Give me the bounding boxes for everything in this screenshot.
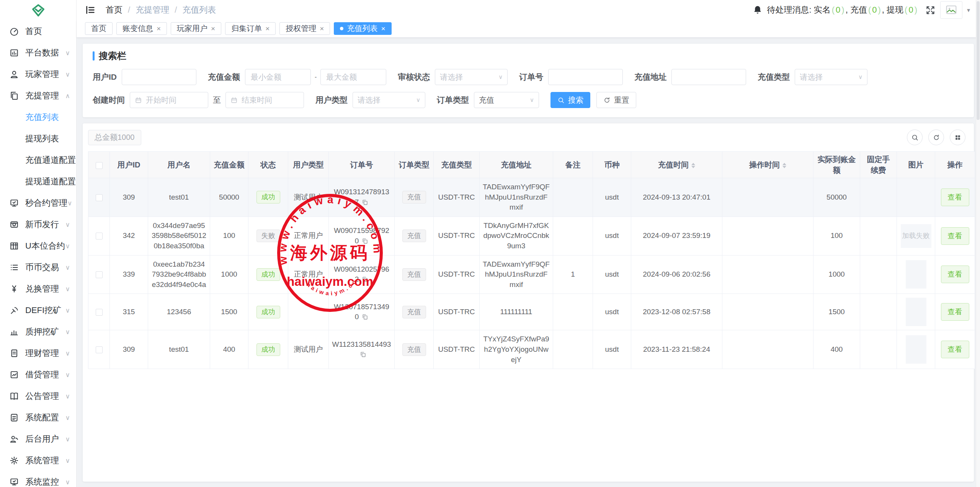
search-button[interactable]: 搜索 xyxy=(550,92,590,108)
sidebar-item-finance[interactable]: 理财管理∨ xyxy=(0,343,76,364)
close-tab-icon[interactable]: × xyxy=(265,25,270,32)
view-button[interactable]: 查看 xyxy=(941,189,969,206)
column-settings-icon[interactable] xyxy=(950,130,965,145)
sidebar-subitem-withdraw-channel-config[interactable]: 提现通道配置 xyxy=(0,171,76,192)
row-checkbox[interactable] xyxy=(96,194,103,201)
close-tab-icon[interactable]: × xyxy=(157,25,161,32)
sidebar-item-system-manage[interactable]: 系统管理∨ xyxy=(0,450,76,471)
sidebar-item-coin-trade[interactable]: 币币交易∨ xyxy=(0,257,76,278)
sidebar-item-deposit-withdraw[interactable]: 充提管理∧ xyxy=(0,85,76,107)
reset-button[interactable]: 重置 xyxy=(596,92,636,108)
message-recharge[interactable]: 充值(0) xyxy=(850,5,882,15)
sidebar-item-exchange[interactable]: 兑换管理∨ xyxy=(0,278,76,300)
cell-remark xyxy=(553,294,593,330)
row-checkbox[interactable] xyxy=(96,233,103,239)
copy-icon[interactable] xyxy=(361,275,368,282)
sidebar-subitem-label: 充值通道配置 xyxy=(25,154,76,166)
sidebar-item-u-contract[interactable]: U本位合约∨ xyxy=(0,235,76,257)
col-remark: 备注 xyxy=(553,152,593,178)
view-button[interactable]: 查看 xyxy=(941,227,969,245)
tab-authorization[interactable]: 授权管理× xyxy=(279,22,330,35)
sidebar-item-player-manage[interactable]: 玩家管理∨ xyxy=(0,64,76,85)
sidebar-item-notice[interactable]: 公告管理∨ xyxy=(0,385,76,407)
amount-min-input[interactable] xyxy=(245,69,311,85)
user-id-input[interactable] xyxy=(122,69,196,85)
tab-player-users[interactable]: 玩家用户× xyxy=(171,22,221,35)
sidebar-subitem-withdraw-list[interactable]: 提现列表 xyxy=(0,128,76,149)
user-type-select[interactable]: 请选择 ∨ xyxy=(353,92,425,108)
chevron-down-icon: ∨ xyxy=(65,264,70,272)
sidebar-subitem-recharge-list[interactable]: 充值列表 xyxy=(0,107,76,128)
chevron-down-icon: ∨ xyxy=(65,349,70,357)
avatar[interactable] xyxy=(940,1,962,19)
row-checkbox[interactable] xyxy=(96,346,103,353)
table-search-icon[interactable] xyxy=(907,130,923,145)
chevron-up-icon: ∧ xyxy=(65,92,70,100)
order-no-input[interactable] xyxy=(548,69,623,85)
scrollbar-thumb[interactable] xyxy=(977,1,980,120)
tab-recharge-list[interactable]: 充值列表× xyxy=(334,22,391,35)
sort-icon[interactable] xyxy=(782,161,786,170)
order-type-badge: 充值 xyxy=(402,343,426,356)
copy-icon[interactable] xyxy=(361,237,368,244)
col-actual_amount: 实际到账金额 xyxy=(813,152,860,178)
sidebar-item-admin-users[interactable]: 后台用户∨ xyxy=(0,428,76,450)
breadcrumb-separator: / xyxy=(128,5,130,15)
image-thumbnail[interactable] xyxy=(906,335,926,364)
address-input[interactable] xyxy=(671,69,746,85)
sidebar-item-home[interactable]: 首页 xyxy=(0,21,76,42)
view-button[interactable]: 查看 xyxy=(941,341,969,358)
copy-icon[interactable] xyxy=(361,313,368,320)
select-all-checkbox[interactable] xyxy=(96,162,103,169)
chevron-down-icon: ∨ xyxy=(65,457,70,465)
row-checkbox[interactable] xyxy=(96,309,103,316)
copy-icon[interactable] xyxy=(359,351,366,357)
sidebar-item-second-contract[interactable]: 秒合约管理∨ xyxy=(0,192,76,214)
order-type-select[interactable]: 充值 ∨ xyxy=(474,92,539,108)
tab-account-changes[interactable]: 账变信息× xyxy=(116,22,167,35)
image-thumbnail[interactable] xyxy=(906,260,926,289)
close-tab-icon[interactable]: × xyxy=(211,25,215,32)
start-time-input[interactable]: 开始时间 xyxy=(130,92,208,108)
fullscreen-icon[interactable] xyxy=(925,5,936,15)
message-withdraw[interactable]: 提现(0) xyxy=(887,5,918,15)
amount-max-input[interactable] xyxy=(320,69,386,85)
collapse-sidebar-icon[interactable] xyxy=(85,5,96,15)
close-tab-icon[interactable]: × xyxy=(320,25,324,32)
pending-messages[interactable]: 待处理消息: 实名(0), 充值(0), 提现(0) xyxy=(767,4,918,16)
sidebar-item-staking-mining[interactable]: 质押挖矿∨ xyxy=(0,321,76,343)
breadcrumb-item[interactable]: 首页 xyxy=(106,4,122,16)
sidebar-item-lending[interactable]: 借贷管理∨ xyxy=(0,364,76,385)
tab-home[interactable]: 首页 xyxy=(85,22,113,35)
col-recharge_type: 充值类型 xyxy=(434,152,480,178)
sidebar-menu: 首页平台数据∨玩家管理∨充提管理∧充值列表提现列表充值通道配置提现通道配置秒合约… xyxy=(0,21,76,487)
view-button[interactable]: 查看 xyxy=(941,303,969,321)
tab-collection-orders[interactable]: 归集订单× xyxy=(225,22,276,35)
message-realname[interactable]: 实名(0) xyxy=(814,5,846,15)
image-thumbnail[interactable] xyxy=(906,298,926,326)
chevron-down-icon: ∨ xyxy=(65,478,70,486)
close-tab-icon[interactable]: × xyxy=(381,25,385,32)
sidebar-item-system-config[interactable]: 系统配置∨ xyxy=(0,407,76,428)
view-button[interactable]: 查看 xyxy=(941,266,969,283)
col-amount: 充值金额 xyxy=(210,152,248,178)
page-scrollbar[interactable] xyxy=(976,0,980,487)
sidebar-item-system-monitor[interactable]: 系统监控∨ xyxy=(0,471,76,487)
bell-icon[interactable] xyxy=(753,5,763,15)
row-checkbox[interactable] xyxy=(96,271,103,278)
sidebar-item-new-coin[interactable]: 新币发行∨ xyxy=(0,214,76,235)
breadcrumb-separator: / xyxy=(175,5,177,15)
chevron-down-icon[interactable]: ▾ xyxy=(967,7,970,14)
copy-icon[interactable] xyxy=(361,198,368,205)
total-amount-button[interactable]: 总金额1000 xyxy=(88,130,141,145)
ucontract-icon xyxy=(9,241,19,251)
recharge-type-select[interactable]: 请选择 ∨ xyxy=(795,69,867,85)
sort-icon[interactable] xyxy=(691,161,695,170)
end-time-input[interactable]: 结束时间 xyxy=(225,92,304,108)
table-tools xyxy=(907,130,969,145)
table-refresh-icon[interactable] xyxy=(928,130,944,145)
sidebar-subitem-recharge-channel-config[interactable]: 充值通道配置 xyxy=(0,149,76,171)
audit-status-select[interactable]: 请选择 ∨ xyxy=(435,69,508,85)
sidebar-item-platform-data[interactable]: 平台数据∨ xyxy=(0,42,76,64)
sidebar-item-defi-mining[interactable]: DEFI挖矿∨ xyxy=(0,300,76,321)
